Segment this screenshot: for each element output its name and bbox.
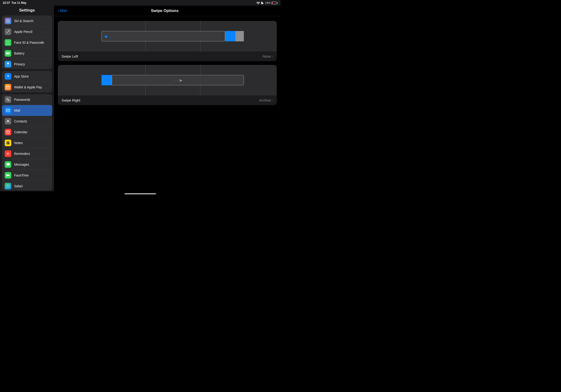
action-gray-left [235, 31, 244, 41]
wifi-icon [256, 1, 260, 4]
privacy-icon [5, 61, 11, 67]
battery-label: Battery [14, 52, 24, 55]
facetime-label: FaceTime [14, 174, 29, 177]
back-label: Mail [60, 9, 67, 13]
swipe-right-value-text: Archive [259, 98, 271, 102]
pencil-icon [5, 28, 11, 35]
swipe-right-label: Swipe Right [62, 98, 80, 102]
svg-rect-14 [6, 87, 10, 87]
sidebar-item-appstore[interactable]: App Store [2, 71, 52, 82]
swipe-right-card: · · · ▶ Swipe Right Archive › [58, 65, 277, 105]
action-blue-right [101, 75, 112, 85]
svg-rect-2 [6, 41, 7, 41]
battery-icon [271, 2, 278, 4]
sidebar-item-wallet[interactable]: Wallet & Apple Pay [2, 82, 52, 92]
sidebar-item-safari[interactable]: Safari [2, 181, 52, 191]
status-time: 22:37 [3, 1, 10, 4]
svg-point-6 [7, 42, 8, 43]
sidebar-item-privacy[interactable]: Privacy [2, 59, 52, 69]
sidebar-group-2: App Store Wallet & Apple Pay [2, 71, 52, 92]
dots-arrow-left-icon: ◀ · · · [104, 34, 113, 39]
facetime-icon [5, 172, 11, 179]
svg-rect-10 [10, 53, 10, 54]
svg-point-25 [7, 185, 10, 187]
swipe-left-card: ◀ · · · Swipe Left None › [58, 21, 277, 61]
home-bar [125, 193, 156, 194]
main-layout: Settings Siri & Search Apple Pencil Face… [0, 6, 280, 191]
messages-icon [5, 161, 11, 168]
status-right-icons: 14% [256, 1, 278, 4]
sidebar-item-pencil[interactable]: Apple Pencil [2, 26, 52, 37]
mail-icon [5, 107, 11, 114]
svg-rect-5 [9, 44, 10, 44]
swipe-content: ◀ · · · Swipe Left None › [54, 16, 280, 110]
back-chevron-icon: ‹ [58, 9, 59, 13]
sidebar-title: Settings [0, 6, 54, 15]
email-row-right: · · · ▶ [101, 75, 244, 85]
battery-percent: 14% [265, 1, 270, 4]
home-indicator [0, 191, 280, 196]
wallet-label: Wallet & Apple Pay [14, 85, 42, 89]
notes-label: Notes [14, 141, 23, 145]
sidebar-item-battery[interactable]: Battery [2, 48, 52, 59]
email-main-box-left: ◀ · · · [101, 31, 225, 41]
safari-icon [5, 183, 11, 189]
detail-header: ‹ Mail Swipe Options [54, 6, 280, 16]
swipe-left-option-row[interactable]: Swipe Left None › [58, 52, 277, 61]
svg-point-7 [9, 42, 9, 43]
appstore-label: App Store [14, 75, 29, 78]
svg-rect-9 [7, 53, 9, 54]
messages-label: Messages [14, 163, 29, 166]
status-date: Tue 11 May [11, 1, 27, 4]
action-blue-left [225, 31, 235, 41]
sidebar-item-contacts[interactable]: Contacts [2, 116, 52, 127]
safari-label: Safari [14, 184, 23, 188]
contacts-icon [5, 118, 11, 125]
sidebar-item-notes[interactable]: Notes [2, 138, 52, 148]
faceid-label: Face ID & Passcode [14, 41, 44, 44]
swipe-right-option-row[interactable]: Swipe Right Archive › [58, 95, 277, 105]
swipe-left-label: Swipe Left [62, 54, 78, 58]
swipe-left-value[interactable]: None › [262, 54, 273, 58]
sidebar-item-faceid[interactable]: Face ID & Passcode [2, 37, 52, 48]
detail-panel: ‹ Mail Swipe Options ◀ · · · [54, 6, 280, 191]
wallet-icon [5, 84, 11, 90]
notes-icon [5, 140, 11, 146]
calendar-label: Calendar [14, 130, 27, 134]
email-row-left: ◀ · · · [101, 31, 244, 41]
mail-label: Mail [14, 109, 20, 112]
status-bar: 22:37 Tue 11 May 14% [0, 0, 280, 6]
sidebar-item-reminders[interactable]: Reminders [2, 148, 52, 159]
reminders-icon [5, 150, 11, 157]
swipe-right-chevron-icon: › [272, 98, 273, 102]
swipe-right-diagram: · · · ▶ [58, 65, 277, 95]
appstore-icon [5, 73, 11, 80]
sidebar-group-1: Siri & Search Apple Pencil Face ID & Pas… [2, 15, 52, 69]
calendar-icon: 11 [5, 129, 11, 135]
contacts-label: Contacts [14, 120, 27, 123]
swipe-left-value-text: None [262, 54, 271, 58]
sidebar-group-3: Passwords Mail Contacts 11 Calendar [2, 94, 52, 191]
sidebar-item-facetime[interactable]: FaceTime [2, 170, 52, 181]
detail-title: Swipe Options [67, 9, 263, 13]
sidebar-item-calendar[interactable]: 11 Calendar [2, 127, 52, 138]
email-main-box-right: · · · ▶ [112, 75, 244, 85]
faceid-icon [5, 39, 11, 46]
privacy-label: Privacy [14, 62, 25, 66]
siri-label: Siri & Search [14, 19, 33, 23]
sidebar-item-mail[interactable]: Mail [2, 105, 52, 116]
sidebar-item-messages[interactable]: Messages [2, 159, 52, 170]
siri-icon [5, 18, 11, 24]
back-button[interactable]: ‹ Mail [58, 9, 67, 13]
svg-point-21 [7, 152, 8, 153]
svg-rect-4 [6, 44, 7, 44]
sidebar-item-siri[interactable]: Siri & Search [2, 15, 52, 26]
battery-settings-icon [5, 50, 11, 57]
sidebar-item-passwords[interactable]: Passwords [2, 94, 52, 105]
swipe-right-value[interactable]: Archive › [259, 98, 273, 102]
sidebar: Settings Siri & Search Apple Pencil Face… [0, 6, 54, 191]
swipe-left-diagram: ◀ · · · [58, 21, 277, 52]
svg-point-23 [7, 154, 8, 155]
svg-rect-3 [9, 41, 10, 41]
svg-point-12 [8, 65, 9, 65]
